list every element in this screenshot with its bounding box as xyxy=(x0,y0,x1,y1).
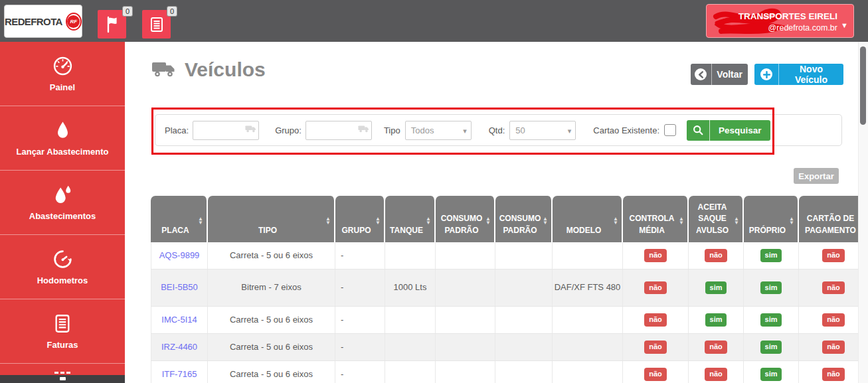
column-header-cartao[interactable]: CARTÃO DE PAGAMENTO xyxy=(799,196,858,242)
sort-icon[interactable]: ▲▼ xyxy=(325,217,331,225)
cell-controla_media: não xyxy=(623,361,689,383)
cell-aceita_saque: não xyxy=(689,361,744,383)
partial-glyph xyxy=(60,377,66,380)
plate-link[interactable]: IMC-5I14 xyxy=(161,314,197,326)
table-row: AQS-9899Carreta - 5 ou 6 eixos-nãonãosim… xyxy=(151,242,858,269)
badge-nao: não xyxy=(644,249,667,262)
cell-controla_media: não xyxy=(623,242,689,269)
sort-icon[interactable]: ▲▼ xyxy=(734,217,739,225)
sidebar-item-label: Painel xyxy=(50,82,75,92)
brand-rf-icon: RF xyxy=(66,13,82,31)
sidebar-item-hodometros[interactable]: Hodometros xyxy=(0,235,125,299)
sort-icon[interactable]: ▲▼ xyxy=(485,217,491,225)
sidebar-item-faturas[interactable]: Faturas xyxy=(0,299,125,364)
cell-cartao: não xyxy=(799,307,858,333)
cell-aceita_saque: sim xyxy=(689,269,744,306)
column-header-modelo[interactable]: MODELO▲▼ xyxy=(553,196,623,242)
cell-grupo: - xyxy=(335,334,385,360)
cell-controla_media: não xyxy=(623,269,689,306)
badge-nao: não xyxy=(644,341,667,353)
cell-aceita_saque: sim xyxy=(689,307,744,333)
sort-icon[interactable]: ▲▼ xyxy=(679,217,684,225)
cell-controla_media: não xyxy=(623,307,689,333)
plate-link[interactable]: AQS-9899 xyxy=(159,250,200,262)
cell-proprio: sim xyxy=(744,242,799,269)
sort-icon[interactable]: ▲▼ xyxy=(543,217,548,225)
brand-logo[interactable]: REDEFROTA RF xyxy=(4,5,82,38)
column-header-aceita_saque[interactable]: ACEITA SAQUE AVULSO▲▼ xyxy=(689,196,744,242)
sidebar-item-label: Lançar Abastecimento xyxy=(17,147,109,157)
column-header-tanque[interactable]: TANQUE▲▼ xyxy=(385,196,436,242)
badge-nao: não xyxy=(644,281,667,294)
table-header-row: PLACA▲▼TIPO▲▼GRUPO▲▼TANQUE▲▼CONSUMO PADR… xyxy=(151,196,858,242)
sort-icon[interactable]: ▲▼ xyxy=(789,217,794,225)
cell-tipo: Carreta - 5 ou 6 eixos xyxy=(208,361,335,383)
sort-icon[interactable]: ▲▼ xyxy=(375,217,381,225)
page-header: Veículos xyxy=(151,58,266,81)
vehicles-table: PLACA▲▼TIPO▲▼GRUPO▲▼TANQUE▲▼CONSUMO PADR… xyxy=(151,196,858,383)
badge-nao: não xyxy=(822,341,845,353)
sidebar-item-partial[interactable] xyxy=(0,364,125,375)
cell-cartao: não xyxy=(799,269,858,306)
cell-modelo xyxy=(553,307,623,333)
cell-consumo1 xyxy=(436,334,495,360)
top-navbar: REDEFROTA RF 0 0 TRANSPORT xyxy=(0,0,868,42)
table-row: ITF-7165Carreta - 5 ou 6 eixos-nãonãosim… xyxy=(151,361,858,383)
cell-placa: BEI-5B50 xyxy=(151,269,208,306)
plate-link[interactable]: BEI-5B50 xyxy=(161,281,198,293)
badge-nao: não xyxy=(644,368,667,380)
truck-icon-partial xyxy=(54,372,70,374)
badge-nao: não xyxy=(822,368,845,380)
cell-consumo2 xyxy=(495,361,553,383)
sidebar-item-painel[interactable]: Painel xyxy=(0,42,125,106)
column-header-controla_media[interactable]: CONTROLA MÉDIA▲▼ xyxy=(623,196,689,242)
badge-nao: não xyxy=(822,313,845,326)
sidebar-item-lancar-abastecimento[interactable]: Lançar Abastecimento xyxy=(0,106,125,171)
sort-icon[interactable]: ▲▼ xyxy=(613,217,618,225)
sidebar-item-abastecimentos[interactable]: Abastecimentos xyxy=(0,171,125,235)
column-header-placa[interactable]: PLACA▲▼ xyxy=(151,196,208,242)
cell-placa: IMC-5I14 xyxy=(151,307,208,333)
vertical-scrollbar[interactable] xyxy=(858,42,868,383)
badge-sim: sim xyxy=(760,368,782,380)
gauge-icon xyxy=(52,56,73,76)
plate-link[interactable]: ITF-7165 xyxy=(162,368,197,380)
plate-link[interactable]: IRZ-4460 xyxy=(161,341,197,353)
user-email-domain: @redefrota.com.br xyxy=(738,23,837,34)
column-header-tipo[interactable]: TIPO▲▼ xyxy=(208,196,335,242)
cell-controla_media: não xyxy=(623,334,689,360)
export-button[interactable]: Exportar xyxy=(794,168,839,184)
sidebar: Painel Lançar Abastecimento Abasteciment… xyxy=(0,42,125,383)
column-header-proprio[interactable]: PRÓPRIO▲▼ xyxy=(744,196,799,242)
new-vehicle-button[interactable]: Novo Veículo xyxy=(754,64,843,85)
cell-modelo: DAF/XF FTS 480 xyxy=(553,269,623,306)
alerts-count-badge: 0 xyxy=(122,6,133,17)
cell-consumo1 xyxy=(436,361,495,383)
badge-sim: sim xyxy=(760,249,782,262)
cell-consumo2 xyxy=(495,334,553,360)
cell-consumo2 xyxy=(495,242,553,269)
badge-nao: não xyxy=(822,281,845,294)
scrollbar-thumb[interactable] xyxy=(860,46,866,125)
badge-nao: não xyxy=(705,249,727,262)
cell-aceita_saque: não xyxy=(689,242,744,269)
cell-tanque xyxy=(385,334,436,360)
user-account-button[interactable]: TRANSPORTES EIRELI @redefrota.com.br ▼ xyxy=(706,4,854,38)
badge-nao: não xyxy=(644,313,667,326)
cell-cartao: não xyxy=(799,242,858,269)
column-header-consumo1[interactable]: CONSUMO PADRÃO▲▼ xyxy=(436,196,495,242)
column-header-label: TANQUE xyxy=(390,225,423,236)
truck-icon xyxy=(151,60,176,79)
badge-nao: não xyxy=(822,249,845,262)
sort-icon[interactable]: ▲▼ xyxy=(426,217,431,225)
back-button[interactable]: Voltar xyxy=(691,64,748,85)
table-body: AQS-9899Carreta - 5 ou 6 eixos-nãonãosim… xyxy=(151,242,858,383)
cell-tipo: Carreta - 5 ou 6 eixos xyxy=(208,242,335,269)
page-title: Veículos xyxy=(185,58,266,81)
table-row: IMC-5I14Carreta - 5 ou 6 eixos-nãosimsim… xyxy=(151,307,858,334)
sort-icon[interactable]: ▲▼ xyxy=(198,217,203,225)
column-header-consumo2[interactable]: CONSUMO PADRÃO▲▼ xyxy=(495,196,553,242)
cell-aceita_saque: não xyxy=(689,334,744,360)
cell-modelo xyxy=(553,242,623,269)
column-header-grupo[interactable]: GRUPO▲▼ xyxy=(335,196,385,242)
